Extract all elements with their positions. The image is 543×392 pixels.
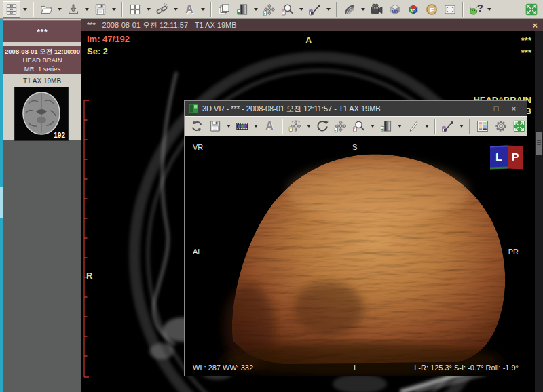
cut-pen-icon bbox=[407, 119, 420, 133]
vr-zoom-dropdown-arrow[interactable] bbox=[371, 125, 375, 128]
vr-measure-dropdown-arrow[interactable] bbox=[460, 125, 464, 128]
archive-drawer-button[interactable] bbox=[3, 1, 20, 18]
vr-refresh-button[interactable] bbox=[188, 118, 206, 134]
help-question-glyph: ? bbox=[477, 2, 483, 14]
annotation-button[interactable]: A bbox=[181, 1, 198, 18]
toolbar-separator bbox=[434, 119, 436, 134]
series-number-overlay: Se: 2 bbox=[87, 46, 108, 56]
vr-layout-button[interactable] bbox=[474, 118, 491, 134]
open-folder-button[interactable] bbox=[37, 1, 55, 18]
magnifier-icon bbox=[281, 3, 295, 16]
series-thumbnail[interactable]: 192 bbox=[14, 87, 69, 141]
mr-viewer-button[interactable]: MR bbox=[386, 1, 404, 18]
vr-3d-window: 3D VR - *** - 2008-08-01 오전 12:11:57 - T… bbox=[184, 100, 527, 376]
vr-presets-dropdown-arrow[interactable] bbox=[254, 125, 258, 128]
link-dropdown-arrow[interactable] bbox=[174, 8, 178, 11]
vr-cut-button[interactable] bbox=[405, 118, 422, 134]
refresh-icon bbox=[190, 119, 204, 133]
vr-orient-superior: S bbox=[352, 143, 357, 151]
pan-arrows-icon bbox=[263, 3, 276, 16]
vr-fullscreen-button[interactable] bbox=[510, 118, 528, 134]
help-dropdown-arrow[interactable] bbox=[487, 8, 491, 11]
vr-viewport[interactable]: VR S AL PR I WL: 287 WW: 332 L-R: 125.3°… bbox=[185, 138, 527, 376]
save-button[interactable] bbox=[92, 1, 109, 18]
zoom-button[interactable] bbox=[279, 1, 297, 18]
vr-titlebar[interactable]: 3D VR - *** - 2008-08-01 오전 12:11:57 - T… bbox=[185, 101, 527, 116]
vr-minimize-button[interactable]: ─ bbox=[470, 101, 487, 116]
image-stack-button[interactable] bbox=[215, 1, 233, 18]
link-chain-icon bbox=[155, 3, 169, 16]
help-button[interactable]: ? bbox=[467, 1, 485, 18]
measure-button[interactable] bbox=[306, 1, 324, 18]
vr-rotate3d-button[interactable] bbox=[286, 118, 304, 134]
viewer-scrollbar-thumb[interactable] bbox=[536, 132, 542, 155]
vr-presets-button[interactable] bbox=[233, 118, 251, 134]
pan-button[interactable] bbox=[261, 1, 278, 18]
patient-header[interactable]: *** bbox=[3, 20, 81, 42]
window-level-button[interactable] bbox=[233, 1, 251, 18]
vr-close-button[interactable]: × bbox=[505, 101, 523, 116]
vr-measure-button[interactable] bbox=[439, 118, 457, 134]
annotation-dropdown-arrow[interactable] bbox=[201, 8, 205, 11]
magnifier-icon bbox=[352, 119, 366, 133]
sidebar-scrollbar-thumb[interactable] bbox=[0, 187, 3, 218]
cine-button[interactable] bbox=[368, 1, 386, 18]
save-floppy-icon bbox=[208, 119, 222, 133]
vr-window-level-button[interactable] bbox=[377, 118, 395, 134]
study-info[interactable]: 2008-08-01 오전 12:00:00 HEAD BRAIN MR: 1 … bbox=[3, 46, 81, 74]
archive-drawer-icon bbox=[5, 3, 18, 16]
import-download-icon bbox=[67, 3, 80, 16]
zoom-dropdown-arrow[interactable] bbox=[299, 8, 303, 11]
orientation-anterior-label: A bbox=[305, 35, 312, 45]
vr-save-dropdown-arrow[interactable] bbox=[227, 125, 231, 128]
svg-text:F: F bbox=[430, 6, 434, 13]
vr-mode-label: VR bbox=[193, 143, 203, 151]
import-dropdown-arrow[interactable] bbox=[85, 8, 89, 11]
fullscreen-button[interactable] bbox=[523, 1, 540, 18]
vr-orbit-button[interactable] bbox=[314, 118, 331, 134]
orientation-cube[interactable]: L P bbox=[490, 146, 523, 169]
layout-dropdown-arrow[interactable] bbox=[147, 8, 151, 11]
vr-app-icon bbox=[189, 104, 198, 113]
archive-dropdown-arrow[interactable] bbox=[23, 8, 27, 11]
image-stack-icon bbox=[217, 3, 231, 16]
toolbar-separator bbox=[282, 119, 283, 134]
mpr-dropdown-arrow[interactable] bbox=[361, 8, 365, 11]
vr-save-button[interactable] bbox=[206, 118, 224, 134]
sidebar-scrollbar[interactable] bbox=[0, 19, 3, 392]
vr-cut-dropdown-arrow[interactable] bbox=[425, 125, 429, 128]
mpr-button[interactable] bbox=[341, 1, 358, 18]
3d-cube-icon: 3D bbox=[407, 3, 420, 16]
vr-settings-button[interactable] bbox=[492, 118, 510, 134]
link-series-button[interactable] bbox=[153, 1, 171, 18]
toolbar-separator bbox=[33, 2, 34, 17]
window-level-icon bbox=[379, 119, 393, 133]
vr-maximize-button[interactable]: □ bbox=[487, 101, 505, 116]
viewer-titlebar[interactable]: *** - 2008-08-01 오전 12:11:57 - T1 AX 19M… bbox=[81, 19, 543, 31]
import-button[interactable] bbox=[64, 1, 82, 18]
svg-text:3D: 3D bbox=[410, 7, 415, 12]
vr-annotation-button[interactable]: A bbox=[261, 118, 278, 134]
measure-dropdown-arrow[interactable] bbox=[326, 8, 331, 11]
viewer-close-button[interactable]: × bbox=[532, 21, 538, 30]
mr-cube-icon: MR bbox=[388, 3, 402, 16]
viewer-scrollbar[interactable] bbox=[535, 31, 543, 392]
study-sidebar: *** 2008-08-01 오전 12:00:00 HEAD BRAIN MR… bbox=[0, 19, 81, 392]
open-dropdown-arrow[interactable] bbox=[58, 8, 62, 11]
vr-window-level-dropdown-arrow[interactable] bbox=[398, 125, 402, 128]
layout-grid-color-icon bbox=[476, 119, 489, 133]
vr-pan-button[interactable] bbox=[332, 118, 350, 134]
vr-window-controls: ─ □ × bbox=[470, 101, 523, 116]
study-datetime: 2008-08-01 오전 12:00:00 bbox=[3, 47, 81, 56]
save-dropdown-arrow[interactable] bbox=[112, 8, 116, 11]
vr-zoom-button[interactable] bbox=[350, 118, 368, 134]
layout-button[interactable] bbox=[126, 1, 144, 18]
fit-image-button[interactable] bbox=[441, 1, 459, 18]
main-toolbar: A MR 3D F ? bbox=[0, 0, 543, 19]
fusion-button[interactable]: F bbox=[423, 1, 441, 18]
vr-orient-anterior-left: AL bbox=[193, 248, 202, 256]
layout-grid-icon bbox=[128, 3, 142, 16]
3d-viewer-button[interactable]: 3D bbox=[405, 1, 422, 18]
window-level-dropdown-arrow[interactable] bbox=[254, 8, 258, 11]
vr-rotate3d-dropdown-arrow[interactable] bbox=[307, 125, 311, 128]
